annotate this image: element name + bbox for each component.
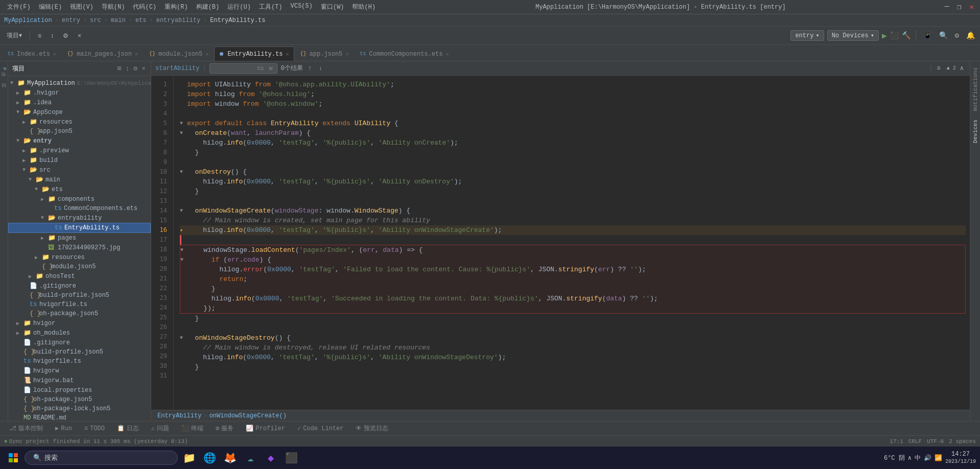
entry-dropdown[interactable]: entry ▾	[790, 30, 824, 41]
tray-icon-4[interactable]: 📶	[935, 454, 942, 462]
search-filter-btn[interactable]: ≡	[935, 64, 943, 73]
left-project-icon[interactable]: P	[1, 65, 8, 73]
tree-root[interactable]: ▼ 📁 MyApplication E:\HarmonyOS\MyApplica…	[8, 78, 151, 88]
tab-index-ets[interactable]: ts Index.ets ✕	[2, 46, 62, 61]
menu-tools[interactable]: 工具(T)	[256, 2, 286, 12]
nav-src[interactable]: src	[90, 17, 101, 24]
nav-file[interactable]: EntryAbility.ts	[210, 17, 265, 24]
menu-refactor[interactable]: 重构(R)	[161, 2, 191, 12]
tree-ohpackage-root[interactable]: { } oh-package.json5	[8, 395, 151, 404]
status-position[interactable]: 17:1	[890, 438, 903, 444]
toolbar-settings-icon[interactable]: ⚙	[59, 30, 72, 41]
tab-close-icon[interactable]: ✕	[286, 51, 289, 57]
taskbar-app6[interactable]: ⬛	[282, 449, 300, 467]
status-encoding[interactable]: UTF-8	[927, 438, 944, 444]
taskbar-file-explorer[interactable]: 📁	[180, 449, 198, 467]
tab-entry-ability[interactable]: EntryAbility.ts ✕	[214, 46, 294, 61]
tree-idea[interactable]: ▶ 📁 .idea	[8, 98, 151, 107]
nav-entryability[interactable]: entryability	[156, 17, 200, 24]
tree-buildprofile[interactable]: { } build-profile.json5	[8, 291, 151, 300]
tab-close-icon[interactable]: ✕	[135, 51, 138, 57]
tree-src[interactable]: ▼ 📂 src	[8, 165, 151, 175]
start-button[interactable]	[4, 449, 22, 467]
nav-entry[interactable]: entry	[62, 17, 80, 24]
tree-components[interactable]: ▶ 📁 components	[8, 194, 151, 204]
tree-buildprofile-root[interactable]: { } build-profile.json5	[8, 347, 151, 357]
menu-code[interactable]: 代码(C)	[130, 2, 159, 12]
toolbar-sort-icon[interactable]: ↕	[47, 30, 57, 41]
attach-button[interactable]: 📱	[921, 30, 934, 41]
tab-module-json[interactable]: {} module.json5 ✕	[144, 46, 214, 61]
menu-file[interactable]: 文件(F)	[4, 2, 34, 12]
left-structure-icon[interactable]: 结	[1, 88, 8, 95]
right-tab-devices[interactable]: Devices	[971, 115, 979, 147]
taskbar-app4[interactable]: ☁	[241, 449, 260, 467]
minimize-button[interactable]: ─	[943, 3, 951, 11]
tab-close-icon[interactable]: ✕	[205, 51, 208, 57]
tree-ohpackage-entry[interactable]: { } oh-package.json5	[8, 309, 151, 318]
bottom-tab-services[interactable]: ⚙ 服务	[211, 423, 239, 434]
code-lines[interactable]: import UIAbility from '@ohos.app.ability…	[174, 76, 970, 410]
tree-entryability[interactable]: ▼ 📂 entryability	[8, 213, 151, 223]
search-word-btn[interactable]: W	[268, 65, 274, 72]
toolbar-list-icon[interactable]: ≡	[34, 30, 45, 41]
tray-icon-2[interactable]: 中	[915, 454, 921, 462]
tree-commoncomponents[interactable]: ts CommonComponents.ets	[8, 204, 151, 213]
bottom-tab-profiler[interactable]: 📈 Profiler	[241, 423, 290, 434]
tree-hvigor-root[interactable]: ▶ 📁 hvigor	[8, 318, 151, 328]
tree-ohpackagelock[interactable]: { } oh-package-lock.json5	[8, 404, 151, 413]
menu-view[interactable]: 视图(V)	[67, 2, 97, 12]
tree-hvigorfile-root[interactable]: ts hvigorfile.ts	[8, 357, 151, 366]
menu-build[interactable]: 构建(B)	[193, 2, 223, 12]
bottom-tab-run[interactable]: ▶ Run	[50, 423, 77, 434]
project-dropdown[interactable]: 项目▾	[3, 29, 26, 42]
bottom-tab-log[interactable]: 📋 日志	[112, 423, 144, 434]
menu-run[interactable]: 运行(U)	[224, 2, 254, 12]
tree-localproperties[interactable]: 📄 local.properties	[8, 385, 151, 395]
search-everywhere-icon[interactable]: 🔍	[937, 30, 950, 41]
toolbar-close-icon[interactable]: ×	[74, 30, 85, 41]
settings-icon[interactable]: ⚙	[953, 30, 961, 41]
status-crlf[interactable]: CRLF	[908, 438, 922, 444]
tab-close-icon[interactable]: ✕	[53, 51, 56, 57]
search-next-btn[interactable]: ↓	[317, 64, 324, 73]
bottom-tab-git[interactable]: ⎇ 版本控制	[4, 423, 48, 434]
taskbar-edge[interactable]: 🌐	[200, 449, 219, 467]
taskbar-app5[interactable]: ◆	[262, 449, 280, 467]
status-indent[interactable]: 2 spaces	[949, 438, 976, 444]
tree-build[interactable]: ▶ 📁 build	[8, 155, 151, 165]
menu-bar[interactable]: 文件(F) 编辑(E) 视图(V) 导航(N) 代码(C) 重构(R) 构建(B…	[4, 2, 379, 12]
menu-help[interactable]: 帮助(H)	[349, 2, 379, 12]
tree-hvigorwbat[interactable]: 📜 hvigorw.bat	[8, 376, 151, 385]
close-button[interactable]: ✕	[968, 3, 976, 11]
nav-ets[interactable]: ets	[135, 17, 147, 24]
bottom-tab-preview[interactable]: 👁 预览日志	[351, 423, 393, 434]
tray-icon-1[interactable]: ∧	[908, 454, 912, 462]
tree-readme[interactable]: MD README.md	[8, 413, 151, 421]
panel-sort-icon[interactable]: ↕	[125, 64, 131, 74]
search-input[interactable]	[213, 65, 254, 72]
tree-ohostest[interactable]: ▶ 📁 ohosTest	[8, 271, 151, 281]
tree-hvigorfile-entry[interactable]: ts hvigorfile.ts	[8, 300, 151, 309]
tree-appscope-resources[interactable]: ▶ 📁 resources	[8, 117, 151, 127]
menu-nav[interactable]: 导航(N)	[99, 2, 128, 12]
panel-close-icon[interactable]: ×	[141, 64, 147, 74]
debug-button[interactable]: ⬛	[890, 31, 899, 40]
notification-icon[interactable]: 🔔	[964, 30, 977, 41]
nav-main[interactable]: main	[111, 17, 126, 24]
tree-pages[interactable]: ▶ 📁 pages	[8, 233, 151, 243]
tab-app-json[interactable]: {} app.json5 ✕	[294, 46, 354, 61]
tree-resources[interactable]: ▶ 📁 resources	[8, 252, 151, 262]
search-case-btn[interactable]: Cc	[256, 65, 266, 72]
tree-ets[interactable]: ▼ 📂 ets	[8, 184, 151, 194]
window-controls[interactable]: ─ ❐ ✕	[943, 3, 976, 11]
tree-main[interactable]: ▼ 📂 main	[8, 175, 151, 184]
tree-hvigorw[interactable]: 📄 hvigorw	[8, 366, 151, 376]
tab-close-icon[interactable]: ✕	[446, 51, 449, 57]
tab-main-pages[interactable]: {} main_pages.json ✕	[62, 46, 144, 61]
nav-app[interactable]: MyApplication	[4, 17, 52, 24]
tree-preview[interactable]: ▶ 📁 .preview	[8, 146, 151, 155]
run-button[interactable]: ▶	[882, 31, 887, 41]
left-bookmark-icon[interactable]: 书	[1, 77, 8, 84]
search-prev-btn[interactable]: ↑	[306, 64, 314, 73]
